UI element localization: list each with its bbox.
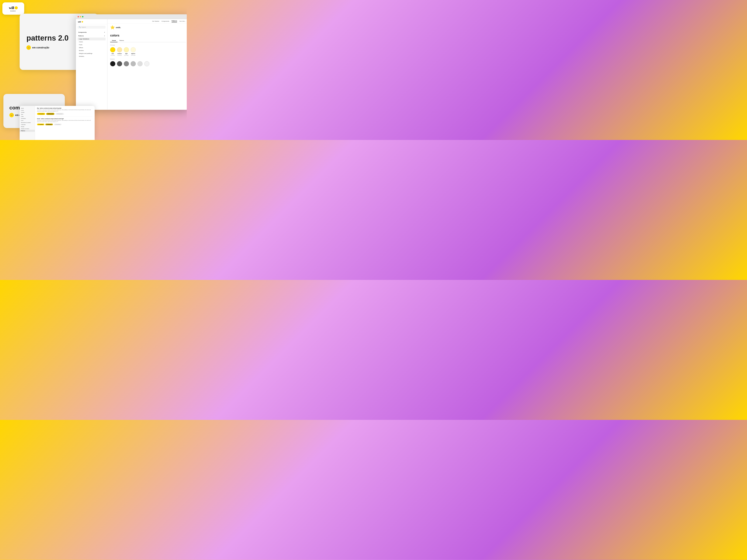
- colors-tabs: Visual Tokens: [110, 39, 186, 42]
- logo-text: will: [9, 6, 14, 10]
- nav-our-voice[interactable]: Our Voic…: [179, 21, 186, 22]
- swatch-medium-hex: #FFE8A6: [117, 55, 122, 56]
- swatch-dark-hex: #FFD900: [110, 55, 115, 56]
- bp-item-headers[interactable]: Headers & footers: [20, 128, 35, 130]
- patterns-badge-text: em construção: [32, 46, 49, 49]
- bp-item-illustrations[interactable]: Illustrations & avatars: [20, 122, 35, 124]
- palette-primary-label: Primary: [110, 44, 186, 46]
- tab-visual[interactable]: Visual: [110, 39, 118, 42]
- swatch-neutral-1-circle: [110, 61, 115, 66]
- bp-item-inputs[interactable]: Inputs: [20, 107, 35, 109]
- colors-section: colors Visual Tokens Primary dark #FFD90…: [107, 31, 187, 71]
- nav-get-started[interactable]: Get Started: [152, 21, 159, 22]
- logo-bank-text: BANK: [10, 10, 16, 11]
- sidebar-logo-text: will: [78, 21, 81, 23]
- sidebar-item-fonts[interactable]: Fonts: [78, 43, 106, 46]
- bp-item-snackbars[interactable]: Snackbars: [20, 117, 35, 119]
- small-btn-enabled[interactable]: T7 Enabled: [37, 124, 44, 125]
- sidebar-item-colors[interactable]: Colors: [78, 41, 106, 43]
- swatch-neutral-3-circle: [124, 61, 129, 66]
- sidebar-item-logo-variations[interactable]: Logo Variations: [78, 37, 106, 41]
- patterns-badge-emoji-icon: 😑: [26, 45, 31, 50]
- small-button-label: Small · button-contained-simple-default-…: [37, 118, 93, 119]
- big-button-states: T3 Enabled T3 Pressed T3 Disabled: [37, 113, 93, 115]
- neutral-swatches-row: [110, 61, 186, 66]
- swatch-neutral-6-circle: [144, 61, 149, 66]
- browser-nav-bar: [76, 14, 187, 19]
- swatch-medium: medium #FFE8A6: [117, 47, 122, 56]
- swatch-neutral-2: [117, 61, 122, 66]
- sidebar-item-borders[interactable]: Borders: [78, 49, 106, 52]
- sidebar-item-modules[interactable]: Modules: [78, 55, 106, 58]
- sidebar-group-header-patterns[interactable]: Patterns ▾: [78, 34, 106, 37]
- swatch-lightest: lightest #FFF9D8: [131, 47, 136, 56]
- swatch-neutral-1: [110, 61, 115, 66]
- bottom-panel-content: Inputs Cards Tooltips Tabs Chips Snackba…: [20, 106, 95, 140]
- bp-item-cards[interactable]: Cards: [20, 109, 35, 111]
- colors-section-title: colors: [110, 34, 186, 37]
- bp-item-patterns[interactable]: Patterns: [20, 130, 35, 132]
- logo-brand: will: [9, 6, 18, 10]
- main-content-area: Get Started Components Patterns Our Voic…: [107, 19, 187, 110]
- bp-item-modals[interactable]: Modals: [20, 126, 35, 128]
- top-navigation: Get Started Components Patterns Our Voic…: [107, 19, 187, 24]
- swatch-neutral-5-circle: [137, 61, 143, 66]
- big-btn-pressed[interactable]: T3 Pressed: [46, 113, 54, 115]
- browser-content: will 🔍 Search Components ▾: [76, 19, 187, 110]
- swatch-neutral-4: [131, 61, 136, 66]
- small-btn-pressed[interactable]: T7 Pressed: [45, 124, 53, 125]
- bp-item-tooltips[interactable]: Tooltips: [20, 111, 35, 113]
- big-btn-enabled[interactable]: T3 Enabled: [37, 113, 45, 115]
- big-button-label: Big · button-contained-simple-default-bi…: [37, 108, 93, 109]
- small-button-section: Small · button-contained-simple-default-…: [37, 118, 93, 125]
- swatch-neutral-4-circle: [131, 61, 136, 66]
- bottom-panel-main: Big · button-contained-simple-default-bi…: [35, 106, 95, 140]
- swatch-neutral-2-circle: [117, 61, 122, 66]
- swatch-light-name: light: [125, 53, 128, 54]
- browser-minimize-dot[interactable]: [80, 16, 81, 18]
- swatch-lightest-name: lightest: [131, 53, 135, 54]
- sidebar-group-label-patterns: Patterns: [78, 35, 84, 37]
- primary-swatches-row: dark #FFD900 medium #FFE8A6 light #FFF4B…: [110, 47, 186, 56]
- swatch-dark-circle: [110, 47, 115, 52]
- smith-area: ⭐ smith.: [107, 24, 187, 30]
- search-box[interactable]: 🔍 Search: [78, 26, 106, 29]
- logo-dot-icon: [15, 6, 18, 9]
- browser-sidebar: will 🔍 Search Components ▾: [76, 19, 107, 110]
- browser-maximize-dot[interactable]: [82, 16, 83, 18]
- swatch-light: light #FFF4B2: [124, 47, 129, 56]
- small-button-desc: This button is structured with the Corne…: [37, 120, 93, 123]
- small-btn-disabled: T7 Disabled: [54, 124, 61, 125]
- smith-icon: ⭐: [110, 25, 115, 30]
- sidebar-logo-dot-icon: [82, 21, 83, 23]
- bp-item-chips[interactable]: Chips: [20, 115, 35, 117]
- swatch-lightest-circle: [131, 47, 136, 52]
- palette-primary: Primary dark #FFD900 medium #FFE8A6: [110, 44, 186, 56]
- swatch-light-circle: [124, 47, 129, 52]
- bp-item-icons[interactable]: Icons: [20, 119, 35, 122]
- big-button-section: Big · button-contained-simple-default-bi…: [37, 108, 93, 115]
- sidebar-nav: Components ▾ Patterns ▾ Logo Variations …: [76, 30, 107, 59]
- palette-neutral: Neutral: [110, 58, 186, 66]
- smith-label: smith.: [116, 27, 121, 28]
- sidebar-item-margins[interactable]: Margins and paddings: [78, 52, 106, 55]
- sidebar-group-label-components: Components: [78, 31, 87, 33]
- sidebar-group-patterns: Patterns ▾ Logo Variations Colors Fonts …: [78, 34, 106, 58]
- swatch-medium-circle: [117, 47, 122, 52]
- bp-item-tabs[interactable]: Tabs: [20, 113, 35, 115]
- bp-item-calendars[interactable]: Calendars: [20, 124, 35, 126]
- smith-avatar: ⭐ smith.: [110, 25, 186, 30]
- sidebar-item-effects[interactable]: Effects: [78, 46, 106, 49]
- nav-patterns[interactable]: Patterns: [172, 20, 177, 22]
- chevron-down-icon-patterns: ▾: [104, 35, 105, 37]
- swatch-lightest-hex: #FFF9D8: [131, 55, 135, 56]
- tab-tokens[interactable]: Tokens: [118, 39, 126, 42]
- palette-neutral-label: Neutral: [110, 58, 186, 60]
- big-button-desc: This button is structured with the Corne…: [37, 109, 93, 112]
- swatch-dark-name: dark: [111, 53, 114, 54]
- nav-components[interactable]: Components: [161, 21, 169, 22]
- search-icon: 🔍: [79, 26, 81, 28]
- browser-close-dot[interactable]: [78, 16, 79, 18]
- swatch-neutral-5: [137, 61, 143, 66]
- sidebar-group-header-components[interactable]: Components ▾: [78, 31, 106, 34]
